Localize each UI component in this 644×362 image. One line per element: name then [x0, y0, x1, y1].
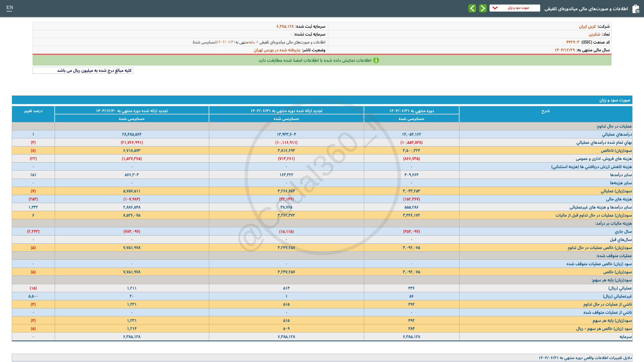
svg-text:EN: EN: [6, 5, 13, 10]
